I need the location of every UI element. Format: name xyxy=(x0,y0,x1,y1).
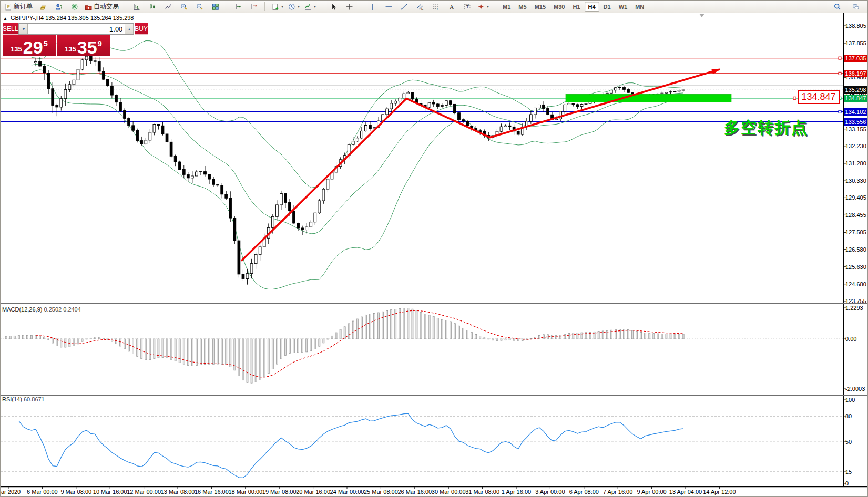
label-icon: T xyxy=(464,3,471,11)
macd-pane xyxy=(1,308,843,383)
community-button[interactable] xyxy=(848,1,863,12)
one-click-trading-panel: SELL ▼ ▲ BUY 135 29 5 135 35 9 xyxy=(3,23,110,56)
price-tick-label: 132.230 xyxy=(845,143,866,149)
chart-shift-button[interactable] xyxy=(247,1,262,12)
hline-anchor-square[interactable] xyxy=(839,72,841,75)
time-tick-label: 16 Mar 16:00 xyxy=(195,489,229,495)
radar-icon xyxy=(71,3,78,11)
sell-price-big: 29 xyxy=(23,40,43,56)
rsi-axis-label: 100 xyxy=(845,397,855,403)
hline-icon xyxy=(385,3,392,11)
templates-button[interactable]: ▾ xyxy=(270,1,285,12)
indicators-button[interactable]: ▾ xyxy=(302,1,318,12)
search-button[interactable] xyxy=(830,1,845,12)
price-tick-label: 124.680 xyxy=(845,281,866,287)
rsi-value: 60.8671 xyxy=(24,396,45,402)
macd-name: MACD(12,26,9) xyxy=(2,306,42,313)
timeframe-H4-button[interactable]: H4 xyxy=(585,2,599,12)
zoom-in-button[interactable] xyxy=(176,1,191,12)
toolbar-separator xyxy=(321,2,323,11)
price-tick-label: 123.755 xyxy=(845,298,866,304)
trendline-tool-button[interactable] xyxy=(396,1,412,12)
toolbar-separator xyxy=(264,2,267,11)
price-tick-label: 133.155 xyxy=(845,126,866,132)
arrows-tool-button[interactable]: ▾ xyxy=(475,1,491,12)
vline-icon xyxy=(369,3,376,11)
macd-axis-label: -2.0003 xyxy=(845,386,865,392)
tile-windows-button[interactable] xyxy=(208,1,223,12)
timeframe-MN-button[interactable]: MN xyxy=(631,2,648,12)
symbol-title: ▲ GBPJPY-,H4 135.284 135.305 135.264 135… xyxy=(3,15,134,21)
rsi-line xyxy=(19,413,683,478)
price-hlines[interactable] xyxy=(1,58,843,122)
auto-scroll-button[interactable] xyxy=(231,1,246,12)
collapse-arrow-icon[interactable]: ▲ xyxy=(3,16,7,21)
symbol-name: GBPJPY-,H4 xyxy=(11,15,44,21)
timeframe-H1-button[interactable]: H1 xyxy=(569,2,584,12)
buy-price-big: 35 xyxy=(77,40,97,56)
timeframe-M15-button[interactable]: M15 xyxy=(531,2,549,12)
search-icon xyxy=(834,3,841,11)
volume-input[interactable] xyxy=(28,24,125,34)
fibonacci-tool-button[interactable]: F xyxy=(428,1,443,12)
timeframe-D1-button[interactable]: D1 xyxy=(600,2,615,12)
toolbar-separator xyxy=(226,2,228,11)
volume-down-button[interactable]: ▼ xyxy=(19,24,28,34)
price-tick-label: 125.630 xyxy=(845,264,866,270)
price-tick-label: 131.280 xyxy=(845,160,866,167)
profile-button[interactable] xyxy=(51,1,66,12)
text-icon: A xyxy=(448,3,455,11)
price-tick-label: 138.805 xyxy=(845,23,866,29)
vertical-line-tool-button[interactable] xyxy=(365,1,380,12)
bollinger-bands xyxy=(32,41,683,289)
time-tick-label: 1 Apr 16:00 xyxy=(502,489,531,495)
line-chart-mode-button[interactable] xyxy=(160,1,176,12)
candle-chart-mode-button[interactable] xyxy=(145,1,160,12)
chart-shift-marker[interactable] xyxy=(699,14,704,17)
time-tick-label: 24 Mar 00:00 xyxy=(330,489,364,495)
timeframe-M1-button[interactable]: M1 xyxy=(499,2,514,12)
price-level-badge: 135.298 xyxy=(844,86,867,94)
horizontal-line-tool-button[interactable] xyxy=(381,1,396,12)
timeframe-M5-button[interactable]: M5 xyxy=(515,2,530,12)
periods-button[interactable]: ▾ xyxy=(286,1,302,12)
template-icon xyxy=(272,3,279,11)
bar-chart-mode-button[interactable] xyxy=(129,1,144,12)
cursor-tool-button[interactable] xyxy=(326,1,341,12)
sell-price[interactable]: 135 29 5 xyxy=(3,35,56,56)
chart-canvas[interactable] xyxy=(1,1,868,497)
crosshair-icon xyxy=(346,3,353,11)
zoom-out-button[interactable] xyxy=(192,1,207,12)
rsi-pane xyxy=(19,413,683,478)
sell-button[interactable]: SELL xyxy=(3,23,18,35)
new-order-button[interactable]: 新订单 xyxy=(3,1,35,12)
timeframe-W1-button[interactable]: W1 xyxy=(615,2,631,12)
consolidation-zone-box[interactable] xyxy=(566,94,731,102)
market-radar-button[interactable] xyxy=(67,1,82,12)
price-level-badge: 134.102 xyxy=(844,108,867,116)
buy-price[interactable]: 135 35 9 xyxy=(57,35,110,56)
hline-anchor-square[interactable] xyxy=(839,110,841,113)
toolbar-separator xyxy=(494,2,496,11)
hline-anchor-square[interactable] xyxy=(839,57,841,59)
buy-button[interactable]: BUY xyxy=(135,23,148,35)
time-tick-label: 13 Mar 08:00 xyxy=(161,489,195,495)
autoscroll-icon xyxy=(235,3,242,11)
pivot-annotation-text[interactable]: 多空转折点 xyxy=(724,117,808,139)
volume-up-button[interactable]: ▲ xyxy=(125,24,134,34)
rsi-axis-label: 50 xyxy=(845,439,852,445)
time-tick-label: 3 Apr 00:00 xyxy=(535,489,565,495)
cursor-icon xyxy=(330,3,338,11)
text-tool-button[interactable]: A xyxy=(444,1,459,12)
crosshair-tool-button[interactable] xyxy=(342,1,357,12)
deposit-button[interactable] xyxy=(35,1,50,12)
profile-icon xyxy=(55,3,63,11)
timeframe-M30-button[interactable]: M30 xyxy=(550,2,568,12)
equidistant-channel-tool-button[interactable]: E xyxy=(412,1,427,12)
tiles-icon xyxy=(212,3,219,11)
text-label-tool-button[interactable]: T xyxy=(459,1,475,12)
buy-price-prefix: 135 xyxy=(65,45,76,56)
price-callout-label[interactable]: 134.847 xyxy=(798,90,840,104)
auto-trading-button[interactable]: 自动交易 xyxy=(83,1,121,12)
zoom-in-icon xyxy=(180,3,188,11)
